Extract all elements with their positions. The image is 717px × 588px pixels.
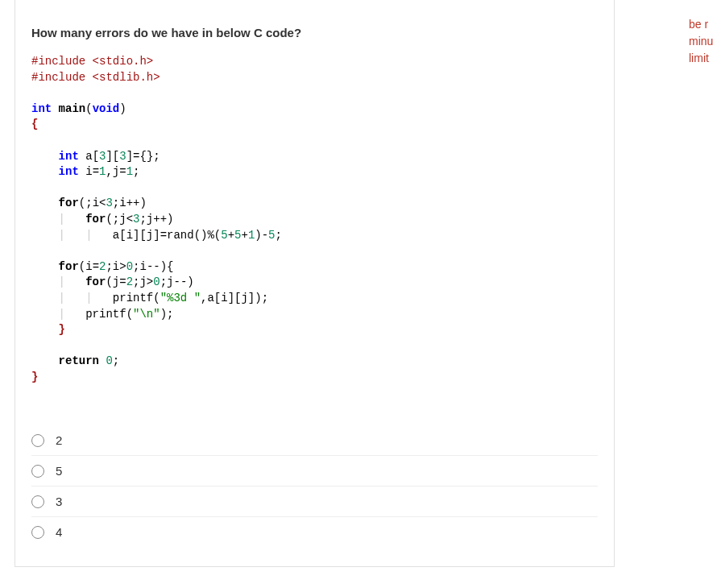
- num: 0: [126, 260, 133, 273]
- op: +: [241, 229, 247, 242]
- option-row-1[interactable]: 2: [31, 425, 598, 456]
- decl-a: a[: [79, 150, 99, 163]
- num: 3: [106, 197, 112, 209]
- include-2b: <stdlib.h>: [85, 71, 160, 84]
- option-row-2[interactable]: 5: [31, 456, 598, 487]
- kw-return: return: [59, 354, 99, 367]
- end: ]={};: [126, 150, 160, 163]
- op: )-: [255, 229, 268, 242]
- kw-void: void: [93, 102, 120, 115]
- radio-icon[interactable]: [31, 526, 44, 539]
- side-line-1: be r: [689, 18, 708, 31]
- num: 2: [126, 275, 133, 288]
- mid: ;j>: [133, 275, 153, 288]
- rest: );: [160, 308, 174, 321]
- end: ;j--): [160, 275, 194, 288]
- option-label: 5: [56, 464, 62, 478]
- option-label: 4: [56, 525, 62, 539]
- include-1a: #include: [31, 55, 85, 68]
- brace-close: }: [31, 371, 38, 383]
- kw-for: for: [59, 197, 79, 209]
- end: ;j++): [139, 213, 173, 226]
- radio-icon[interactable]: [31, 495, 44, 508]
- end: ;: [133, 165, 139, 178]
- mid: ][: [106, 150, 119, 163]
- radio-icon[interactable]: [31, 434, 44, 447]
- end: ;i--){: [133, 260, 173, 273]
- mid: ,j=: [106, 165, 126, 178]
- kw-for: for: [85, 275, 106, 288]
- num: 5: [221, 229, 227, 242]
- num: 1: [126, 165, 133, 178]
- main-name: main: [52, 102, 85, 115]
- for-cond: (;j<: [106, 213, 133, 226]
- printf-call: printf(: [85, 308, 133, 321]
- paren-close: ): [119, 102, 126, 115]
- for-cond: (;i<: [79, 197, 106, 209]
- mid: ;i>: [106, 260, 126, 273]
- question-card: How many errors do we have in below C co…: [15, 0, 615, 567]
- option-row-4[interactable]: 4: [31, 517, 598, 547]
- end: ;: [276, 229, 282, 242]
- kw-int-ij: int: [59, 165, 79, 178]
- for-cond: (i=: [79, 260, 99, 273]
- assign: a[i][j]=rand()%(: [113, 229, 221, 242]
- kw-int-a: int: [59, 150, 79, 163]
- question-title: How many errors do we have in below C co…: [15, 0, 614, 54]
- option-label: 3: [56, 495, 62, 508]
- printf-call: printf(: [113, 292, 160, 304]
- end: ;: [113, 354, 119, 367]
- for-cond: (j=: [106, 275, 126, 288]
- num: 0: [153, 275, 160, 288]
- string: "\n": [133, 308, 160, 321]
- brace-open: {: [31, 118, 38, 130]
- side-line-2: minu: [689, 35, 713, 48]
- decl-ij: i=: [79, 165, 99, 178]
- rest: ,a[i][j]);: [201, 292, 268, 304]
- code-block: #include <stdio.h> #include <stdlib.h> i…: [15, 54, 614, 393]
- paren-open: (: [85, 102, 92, 115]
- include-2a: #include: [31, 71, 85, 84]
- include-1b: <stdio.h>: [85, 55, 153, 68]
- option-row-3[interactable]: 3: [31, 487, 598, 517]
- options-area: 2 5 3 4: [15, 425, 614, 566]
- num: 3: [119, 150, 126, 163]
- radio-icon[interactable]: [31, 465, 44, 478]
- kw-for: for: [59, 260, 79, 273]
- string: "%3d ": [160, 292, 201, 304]
- end: ;i++): [113, 197, 147, 209]
- kw-for: for: [85, 213, 106, 226]
- sidebar-text: be r minu limit: [689, 16, 717, 67]
- op: +: [228, 229, 234, 242]
- side-line-3: limit: [689, 52, 709, 64]
- brace-close-inner: }: [59, 323, 65, 336]
- kw-int: int: [31, 102, 52, 115]
- num: 5: [268, 229, 275, 242]
- num: 0: [106, 354, 112, 367]
- option-label: 2: [56, 433, 62, 447]
